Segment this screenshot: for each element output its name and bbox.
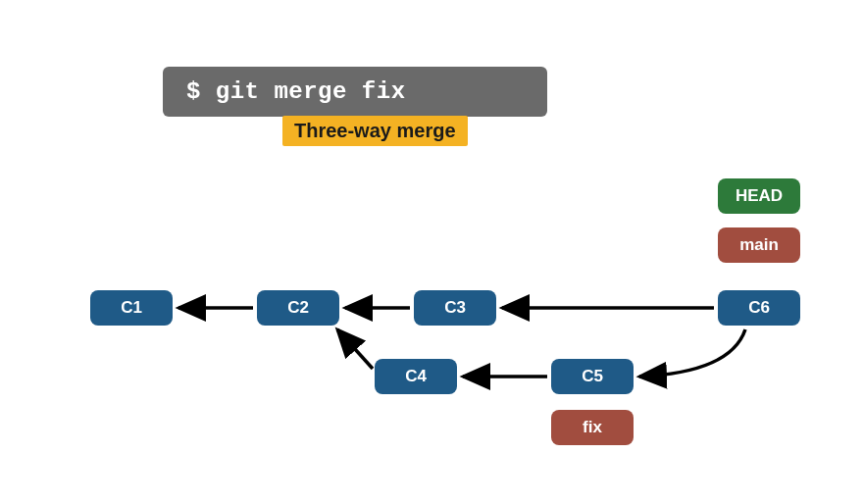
commit-c4: C4 [375,359,457,394]
branch-fix: fix [551,410,634,445]
merge-type-label: Three-way merge [282,116,468,146]
commit-c6: C6 [718,290,800,326]
commit-c3: C3 [414,290,496,326]
ref-head: HEAD [718,178,800,214]
commit-c5: C5 [551,359,634,394]
arrow-c4-c2 [337,329,373,369]
branch-main: main [718,227,800,263]
arrow-c6-c5 [639,329,745,377]
terminal-command: $ git merge fix [163,67,547,117]
commit-c2: C2 [257,290,339,326]
commit-c1: C1 [90,290,173,326]
